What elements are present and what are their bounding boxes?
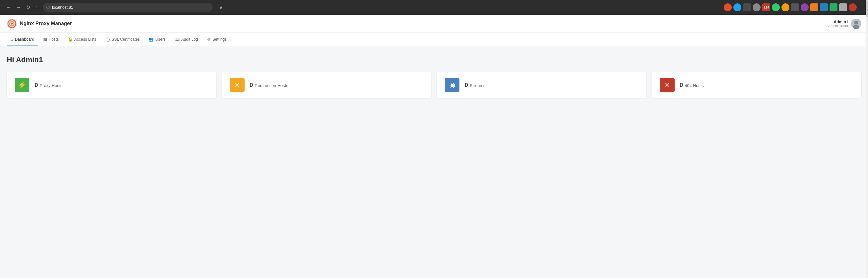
nav-item-dashboard[interactable]: ⌂ Dashboard: [7, 33, 38, 46]
user-role: Administrator: [828, 24, 848, 28]
browser-extension-icons: 1.10 ⋮: [724, 3, 864, 11]
ext-icon-4[interactable]: [753, 3, 761, 11]
redirection-hosts-card[interactable]: ✕ 0 Redirection Hosts: [222, 72, 431, 98]
redirection-hosts-icon-box: ✕: [230, 78, 245, 92]
nav-label-hosts: Hosts: [49, 37, 59, 41]
user-area: Admin1 Administrator: [828, 19, 861, 29]
ext-icon-3[interactable]: [743, 3, 751, 11]
nav-item-ssl[interactable]: ◯ SSL Certificates: [101, 33, 144, 46]
app-logo: [7, 19, 17, 29]
lightning-icon: ⚡: [18, 81, 26, 89]
404-icon: ✕: [664, 81, 670, 89]
user-profile-icon[interactable]: [849, 3, 857, 11]
url-display: localhost:81: [52, 5, 73, 10]
ext-icon-10[interactable]: [820, 3, 828, 11]
redirection-icon: ✕: [235, 81, 240, 89]
svg-point-5: [854, 21, 858, 25]
stats-cards-row: ⚡ 0 Proxy Hosts ✕ 0 Redirection Hosts: [7, 72, 861, 98]
404-hosts-icon-box: ✕: [660, 78, 675, 92]
user-info: Admin1 Administrator: [828, 20, 848, 28]
back-button[interactable]: ←: [4, 4, 12, 11]
streams-label: Streams: [470, 83, 486, 88]
redirection-hosts-info: 0 Redirection Hosts: [250, 81, 288, 89]
nav-label-settings: Settings: [212, 37, 227, 41]
lock-icon: 🔒: [68, 37, 73, 41]
nav-label-dashboard: Dashboard: [15, 37, 34, 41]
ext-icon-1[interactable]: [724, 3, 732, 11]
proxy-hosts-count: 0: [34, 81, 38, 89]
main-content: Hi Admin1 ⚡ 0 Proxy Hosts ✕ 0 Redirectio…: [0, 46, 868, 278]
reload-button[interactable]: ↻: [25, 4, 31, 11]
nav-item-access-lists[interactable]: 🔒 Access Lists: [64, 33, 100, 46]
proxy-hosts-icon-box: ⚡: [15, 78, 29, 92]
nav-label-access-lists: Access Lists: [74, 37, 96, 41]
nav-label-audit-log: Audit Log: [181, 37, 198, 41]
404-hosts-card[interactable]: ✕ 0 404 Hosts: [652, 72, 862, 98]
scrollbar-thumb[interactable]: [866, 0, 868, 17]
logo-area: Nginx Proxy Manager: [7, 19, 72, 29]
main-nav: ⌂ Dashboard ▩ Hosts 🔒 Access Lists ◯ SSL…: [0, 33, 868, 46]
streams-icon-box: ◉: [445, 78, 460, 92]
404-hosts-info: 0 404 Hosts: [680, 81, 704, 89]
ext-icon-5[interactable]: [772, 3, 780, 11]
ssl-icon: ◯: [105, 37, 110, 41]
app-title: Nginx Proxy Manager: [20, 21, 72, 27]
proxy-hosts-card[interactable]: ⚡ 0 Proxy Hosts: [7, 72, 216, 98]
home-button[interactable]: ⌂: [34, 4, 39, 11]
ext-icon-2[interactable]: [734, 3, 741, 11]
avatar[interactable]: [851, 19, 861, 29]
redirection-hosts-label: Redirection Hosts: [255, 83, 288, 88]
users-icon: 👥: [149, 37, 154, 41]
ext-version-badge[interactable]: 1.10: [762, 3, 770, 11]
ext-icon-12[interactable]: [839, 3, 847, 11]
address-info-icon: ⓘ: [46, 5, 50, 10]
greeting: Hi Admin1: [7, 56, 861, 64]
ext-icon-8[interactable]: [801, 3, 809, 11]
user-name: Admin1: [828, 20, 848, 24]
ext-icon-6[interactable]: [781, 3, 789, 11]
nav-item-settings[interactable]: ⚙ Settings: [203, 33, 231, 46]
address-bar[interactable]: ⓘ localhost:81: [43, 3, 213, 12]
stream-icon: ◉: [449, 81, 455, 89]
settings-icon: ⚙: [207, 37, 211, 41]
browser-menu-button[interactable]: ⋮: [858, 4, 864, 10]
scrollbar[interactable]: [866, 0, 868, 278]
nav-label-users: Users: [155, 37, 166, 41]
404-hosts-count: 0: [680, 81, 683, 89]
ext-icon-11[interactable]: [830, 3, 837, 11]
nav-item-audit-log[interactable]: 📖 Audit Log: [171, 33, 202, 46]
nav-label-ssl: SSL Certificates: [112, 37, 140, 41]
ext-icon-9[interactable]: [810, 3, 818, 11]
browser-nav-buttons: ← → ↻ ⌂: [4, 4, 39, 11]
ext-icon-7[interactable]: [791, 3, 799, 11]
forward-button[interactable]: →: [15, 4, 22, 11]
nav-item-users[interactable]: 👥 Users: [145, 33, 169, 46]
hosts-icon: ▩: [43, 37, 47, 41]
app-header: Nginx Proxy Manager Admin1 Administrator: [0, 15, 868, 33]
audit-log-icon: 📖: [175, 37, 180, 41]
404-hosts-label: 404 Hosts: [685, 83, 704, 88]
redirection-hosts-count: 0: [250, 81, 253, 89]
proxy-hosts-label: Proxy Hosts: [39, 83, 62, 88]
nav-item-hosts[interactable]: ▩ Hosts: [39, 33, 63, 46]
streams-card[interactable]: ◉ 0 Streams: [437, 72, 646, 98]
dashboard-icon: ⌂: [11, 37, 13, 41]
streams-info: 0 Streams: [465, 81, 486, 89]
proxy-hosts-info: 0 Proxy Hosts: [34, 81, 62, 89]
browser-chrome: ← → ↻ ⌂ ⓘ localhost:81 ★ 1.10 ⋮: [0, 0, 868, 15]
streams-count: 0: [465, 81, 468, 89]
svg-point-3: [11, 23, 13, 25]
bookmark-button[interactable]: ★: [219, 4, 223, 10]
